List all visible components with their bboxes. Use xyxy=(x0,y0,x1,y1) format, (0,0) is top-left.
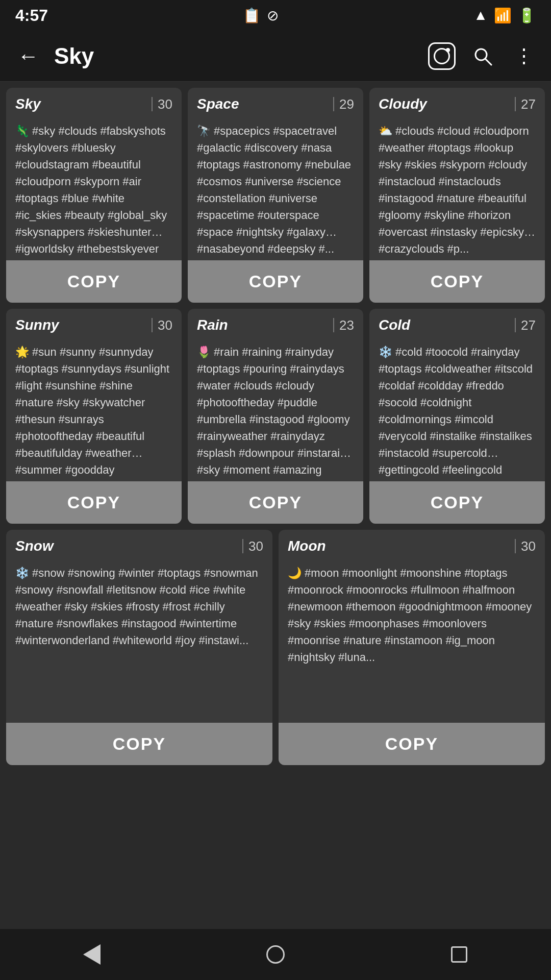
copy-button-rain[interactable]: COPY xyxy=(188,481,363,524)
card-hashtags-snow: ❄️ #snow #snowing #winter #toptags #snow… xyxy=(6,559,272,723)
card-divider-snow xyxy=(242,539,243,553)
copy-button-cold[interactable]: COPY xyxy=(369,481,545,524)
battery-icon: 🔋 xyxy=(518,7,536,24)
card-hashtags-cloudy: ⛅ #clouds #cloud #cloudporn #weather #to… xyxy=(369,117,545,260)
card-header-cold: Cold 27 xyxy=(369,309,545,338)
card-hashtags-space: 🔭 #spacepics #spacetravel #galactic #dis… xyxy=(188,117,363,260)
nav-home-icon xyxy=(266,945,285,964)
card-count-space: 29 xyxy=(339,96,354,112)
card-header-cloudy: Cloudy 27 xyxy=(369,88,545,117)
card-count-sky: 30 xyxy=(158,96,172,112)
card-space: Space 29 🔭 #spacepics #spacetravel #gala… xyxy=(188,88,363,303)
copy-button-space[interactable]: COPY xyxy=(188,260,363,303)
nav-back-button[interactable] xyxy=(71,934,112,975)
header-icons: ⋮ xyxy=(427,41,539,71)
card-hashtags-rain: 🌷 #rain #raining #rainyday #toptags #pou… xyxy=(188,338,363,481)
svg-line-1 xyxy=(485,59,491,65)
status-bar: 4:57 📋 ⊘ ▲ 📶 🔋 xyxy=(0,0,551,31)
card-divider-moon xyxy=(515,539,516,553)
card-divider-cold xyxy=(515,318,516,332)
card-header-sunny: Sunny 30 xyxy=(6,309,182,338)
search-icon xyxy=(473,46,492,66)
card-title-space: Space xyxy=(197,96,328,112)
card-header-snow: Snow 30 xyxy=(6,530,272,559)
more-button[interactable]: ⋮ xyxy=(508,41,539,71)
card-count-snow: 30 xyxy=(248,538,263,554)
card-header-space: Space 29 xyxy=(188,88,363,117)
nav-recents-icon xyxy=(451,946,467,963)
card-sky: Sky 30 🦎 #sky #clouds #fabskyshots #skyl… xyxy=(6,88,182,303)
card-moon: Moon 30 🌙 #moon #moonlight #moonshine #t… xyxy=(279,530,545,765)
card-hashtags-moon: 🌙 #moon #moonlight #moonshine #toptags #… xyxy=(279,559,545,723)
card-hashtags-cold: ❄️ #cold #toocold #rainyday #toptags #co… xyxy=(369,338,545,481)
copy-button-sunny[interactable]: COPY xyxy=(6,481,182,524)
card-header-sky: Sky 30 xyxy=(6,88,182,117)
back-button[interactable]: ← xyxy=(12,39,44,74)
card-cloudy: Cloudy 27 ⛅ #clouds #cloud #cloudporn #w… xyxy=(369,88,545,303)
card-hashtags-sky: 🦎 #sky #clouds #fabskyshots #skylovers #… xyxy=(6,117,182,260)
card-title-cloudy: Cloudy xyxy=(379,96,510,112)
copy-button-snow[interactable]: COPY xyxy=(6,723,272,765)
card-divider-space xyxy=(333,97,334,111)
signal-icon: 📶 xyxy=(494,7,512,24)
card-title-sunny: Sunny xyxy=(15,317,146,333)
bottom-row: Snow 30 ❄️ #snow #snowing #winter #topta… xyxy=(0,530,551,771)
instagram-button[interactable] xyxy=(427,41,457,71)
card-title-sky: Sky xyxy=(15,96,146,112)
status-right-icons: ▲ 📶 🔋 xyxy=(473,7,536,24)
card-snow: Snow 30 ❄️ #snow #snowing #winter #topta… xyxy=(6,530,272,765)
card-divider-sky xyxy=(152,97,153,111)
copy-button-cloudy[interactable]: COPY xyxy=(369,260,545,303)
sim-icon: 📋 xyxy=(243,7,261,24)
header: ← Sky ⋮ xyxy=(0,31,551,82)
card-title-moon: Moon xyxy=(288,538,510,554)
instagram-icon xyxy=(428,42,456,70)
card-cold: Cold 27 ❄️ #cold #toocold #rainyday #top… xyxy=(369,309,545,524)
nav-back-icon xyxy=(83,944,101,965)
nav-home-button[interactable] xyxy=(255,934,296,975)
card-sunny: Sunny 30 🌟 #sun #sunny #sunnyday #toptag… xyxy=(6,309,182,524)
navigation-bar xyxy=(0,929,551,980)
search-button[interactable] xyxy=(467,41,498,71)
card-divider-rain xyxy=(333,318,334,332)
card-header-moon: Moon 30 xyxy=(279,530,545,559)
card-count-cloudy: 27 xyxy=(521,96,536,112)
card-hashtags-sunny: 🌟 #sun #sunny #sunnyday #toptags #sunnyd… xyxy=(6,338,182,481)
card-divider-sunny xyxy=(152,318,153,332)
card-title-cold: Cold xyxy=(379,317,510,333)
main-grid: Sky 30 🦎 #sky #clouds #fabskyshots #skyl… xyxy=(0,82,551,530)
card-divider-cloudy xyxy=(515,97,516,111)
page-title: Sky xyxy=(54,43,416,69)
wifi-icon: ▲ xyxy=(473,7,488,23)
card-rain: Rain 23 🌷 #rain #raining #rainyday #topt… xyxy=(188,309,363,524)
no-disturb-icon: ⊘ xyxy=(267,7,279,24)
card-count-rain: 23 xyxy=(339,317,354,333)
status-time: 4:57 xyxy=(15,6,48,25)
card-count-sunny: 30 xyxy=(158,317,172,333)
card-title-snow: Snow xyxy=(15,538,237,554)
copy-button-sky[interactable]: COPY xyxy=(6,260,182,303)
status-left-icons: 📋 ⊘ xyxy=(243,7,279,24)
card-header-rain: Rain 23 xyxy=(188,309,363,338)
copy-button-moon[interactable]: COPY xyxy=(279,723,545,765)
card-count-moon: 30 xyxy=(521,538,536,554)
card-count-cold: 27 xyxy=(521,317,536,333)
nav-recents-button[interactable] xyxy=(439,934,480,975)
card-title-rain: Rain xyxy=(197,317,328,333)
